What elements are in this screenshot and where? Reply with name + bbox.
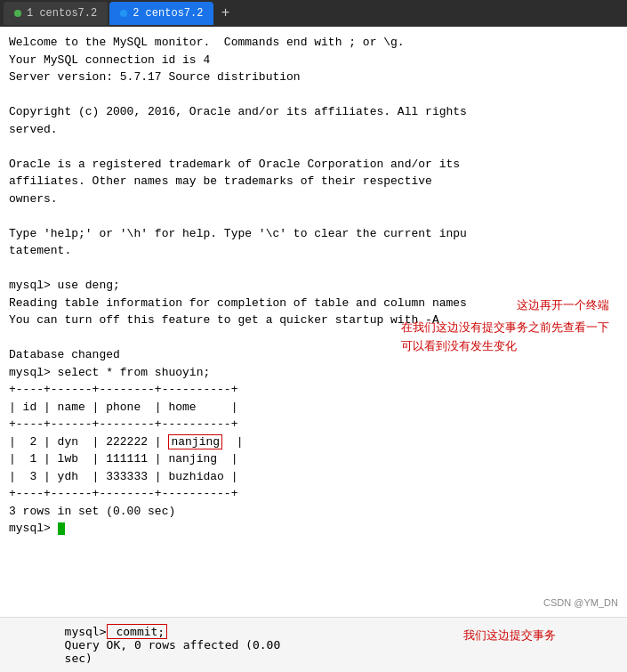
- terminal-area[interactable]: Welcome to the MySQL monitor. Commands e…: [0, 27, 627, 617]
- tab-1-label: 1 centos7.2: [27, 7, 97, 20]
- tab-2[interactable]: 2 centos7.2: [109, 2, 213, 25]
- highlight-commit: commit;: [107, 624, 168, 639]
- cursor: [58, 522, 65, 535]
- tab-2-dot: [120, 10, 127, 17]
- annotation-2: 在我们这边没有提交事务之前先查看一下可以看到没有发生变化: [401, 319, 609, 356]
- terminal-table-header: +----+------+--------+----------+ | id |…: [9, 381, 618, 520]
- main-window: 1 centos7.2 2 centos7.2 + Welcome to the…: [0, 0, 627, 672]
- tab-2-label: 2 centos7.2: [133, 7, 203, 20]
- highlight-nanjing: nanjing: [168, 434, 222, 449]
- bottom-section: mysql> commit; Query OK, 0 rows affected…: [0, 617, 627, 672]
- terminal-prompt: mysql>: [9, 520, 618, 538]
- terminal-content: Welcome to the MySQL monitor. Commands e…: [9, 34, 618, 538]
- tab-bar: 1 centos7.2 2 centos7.2 +: [0, 0, 627, 27]
- tab-1[interactable]: 1 centos7.2: [4, 2, 108, 25]
- watermark: CSDN @YM_DN: [543, 595, 618, 611]
- tab-1-dot: [14, 10, 21, 17]
- annotation-1: 这边再开一个终端: [517, 296, 609, 315]
- annotation-3: 我们这边提交事务: [463, 627, 556, 645]
- tab-add-button[interactable]: +: [215, 4, 235, 23]
